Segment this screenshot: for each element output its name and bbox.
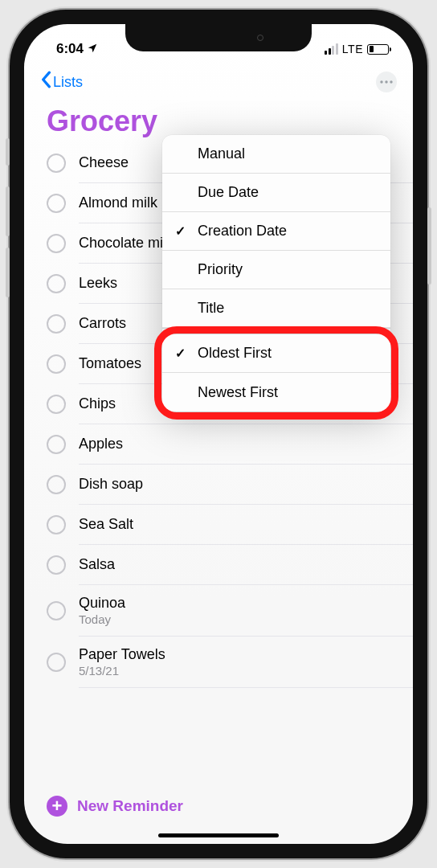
reminder-title: Salsa bbox=[79, 556, 394, 573]
reminder-content[interactable]: Dish soap bbox=[79, 465, 413, 505]
reminder-title: Apples bbox=[79, 436, 394, 452]
menu-item-label: Creation Date bbox=[198, 223, 287, 240]
reminder-content[interactable]: QuinoaToday bbox=[79, 585, 413, 637]
complete-circle[interactable] bbox=[47, 475, 66, 494]
back-label: Lists bbox=[53, 74, 83, 91]
battery-icon bbox=[367, 44, 389, 55]
reminder-item[interactable]: Paper Towels5/13/21 bbox=[47, 637, 413, 688]
svg-point-1 bbox=[385, 80, 387, 83]
complete-circle[interactable] bbox=[47, 274, 66, 293]
complete-circle[interactable] bbox=[47, 234, 66, 253]
svg-point-0 bbox=[380, 80, 382, 83]
power-button[interactable] bbox=[427, 207, 431, 285]
screen: 6:04 LTE Lists Grocery C bbox=[24, 24, 413, 844]
order-option[interactable]: Newest First bbox=[162, 373, 390, 411]
notch bbox=[125, 24, 312, 51]
reminder-item[interactable]: Salsa bbox=[47, 545, 413, 585]
menu-item-label: Manual bbox=[198, 145, 245, 162]
menu-item-label: Due Date bbox=[198, 184, 259, 201]
reminder-item[interactable]: QuinoaToday bbox=[47, 585, 413, 637]
network-label: LTE bbox=[342, 43, 363, 55]
silent-switch[interactable] bbox=[6, 138, 10, 166]
sort-option[interactable]: Manual bbox=[162, 135, 390, 174]
svg-point-2 bbox=[390, 80, 392, 83]
complete-circle[interactable] bbox=[47, 354, 66, 374]
complete-circle[interactable] bbox=[47, 154, 66, 173]
sort-option[interactable]: ✓Creation Date bbox=[162, 212, 390, 251]
complete-circle[interactable] bbox=[47, 555, 66, 575]
checkmark-icon: ✓ bbox=[175, 223, 186, 239]
complete-circle[interactable] bbox=[47, 653, 66, 672]
cell-signal-icon bbox=[325, 43, 338, 55]
complete-circle[interactable] bbox=[47, 314, 66, 334]
complete-circle[interactable] bbox=[47, 194, 66, 213]
complete-circle[interactable] bbox=[47, 515, 66, 534]
footer: + New Reminder bbox=[24, 796, 413, 817]
reminder-item[interactable]: Apples bbox=[47, 424, 413, 465]
ellipsis-icon bbox=[380, 80, 393, 84]
reminder-subtitle: 5/13/21 bbox=[79, 664, 394, 678]
location-icon bbox=[87, 43, 98, 56]
volume-down-button[interactable] bbox=[6, 248, 10, 297]
menu-item-label: Oldest First bbox=[198, 345, 272, 362]
camera-icon bbox=[257, 35, 263, 41]
new-reminder-button[interactable]: + New Reminder bbox=[47, 796, 390, 817]
sort-option[interactable]: Title bbox=[162, 289, 390, 328]
reminder-item[interactable]: Sea Salt bbox=[47, 505, 413, 545]
chevron-left-icon bbox=[40, 71, 51, 93]
checkmark-icon: ✓ bbox=[175, 346, 186, 361]
menu-item-label: Newest First bbox=[198, 384, 278, 401]
back-button[interactable]: Lists bbox=[40, 71, 83, 93]
status-time: 6:04 bbox=[56, 41, 84, 57]
reminder-title: Paper Towels bbox=[79, 646, 394, 663]
reminder-subtitle: Today bbox=[79, 612, 394, 626]
reminder-title: Dish soap bbox=[79, 476, 394, 493]
new-reminder-label: New Reminder bbox=[77, 797, 183, 815]
reminder-title: Quinoa bbox=[79, 595, 394, 612]
more-button[interactable] bbox=[376, 72, 397, 92]
volume-up-button[interactable] bbox=[6, 186, 10, 236]
status-right: LTE bbox=[325, 43, 389, 55]
complete-circle[interactable] bbox=[47, 601, 66, 620]
device-frame: 6:04 LTE Lists Grocery C bbox=[10, 10, 427, 858]
complete-circle[interactable] bbox=[47, 395, 66, 414]
order-option[interactable]: ✓Oldest First bbox=[162, 334, 390, 373]
reminder-content[interactable]: Apples bbox=[79, 424, 413, 465]
menu-item-label: Priority bbox=[198, 261, 243, 278]
nav-bar: Lists bbox=[24, 63, 413, 101]
menu-item-label: Title bbox=[198, 300, 224, 317]
reminder-title: Sea Salt bbox=[79, 516, 394, 533]
complete-circle[interactable] bbox=[47, 435, 66, 454]
reminder-item[interactable]: Dish soap bbox=[47, 465, 413, 505]
sort-option[interactable]: Due Date bbox=[162, 174, 390, 212]
menu-separator bbox=[162, 328, 390, 334]
sort-menu: ManualDue Date✓Creation DatePriorityTitl… bbox=[162, 135, 390, 411]
status-left: 6:04 bbox=[56, 41, 98, 57]
sort-option[interactable]: Priority bbox=[162, 251, 390, 289]
home-indicator[interactable] bbox=[158, 833, 279, 837]
reminder-content[interactable]: Salsa bbox=[79, 545, 413, 585]
plus-circle-icon: + bbox=[47, 796, 67, 817]
reminder-content[interactable]: Paper Towels5/13/21 bbox=[79, 637, 413, 688]
reminder-content[interactable]: Sea Salt bbox=[79, 505, 413, 545]
